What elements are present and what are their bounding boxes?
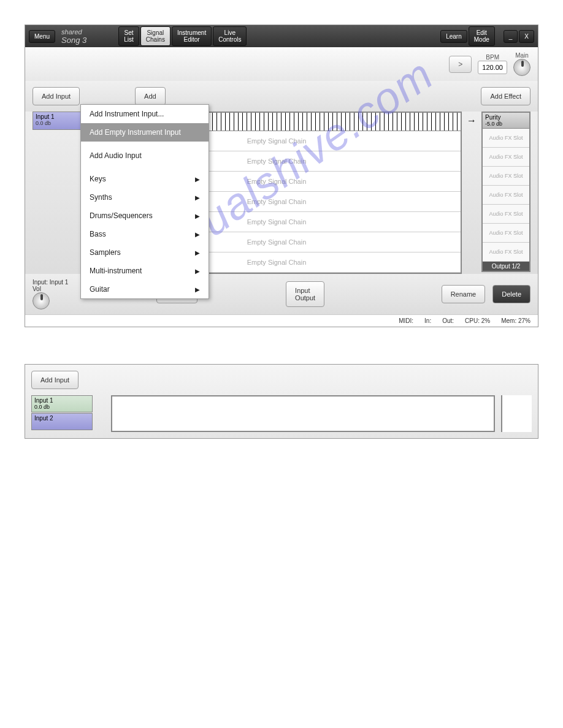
in-status: In: xyxy=(424,317,431,324)
main-knob[interactable] xyxy=(513,59,530,76)
tab-live-controls[interactable]: Live Controls xyxy=(213,26,247,46)
input-column: Input 1 0.0 db xyxy=(33,112,88,130)
main-label: Main xyxy=(513,52,530,59)
output-label: Output 1/2 xyxy=(483,262,529,271)
chevron-right-icon: ▶ xyxy=(195,286,200,293)
menu-add-audio-input[interactable]: Add Audio Input xyxy=(81,146,209,165)
add-input-button[interactable]: Add Input xyxy=(33,87,80,105)
arrow-icon: → xyxy=(465,112,478,126)
menu-add-instrument-input[interactable]: Add Instrument Input... xyxy=(81,105,209,123)
menu-button[interactable]: Menu xyxy=(29,30,55,43)
fx-slot[interactable]: Audio FX Slot xyxy=(483,205,529,224)
bpm-label: BPM xyxy=(478,54,507,61)
input-slot-1[interactable]: Input 1 0.0 db xyxy=(33,112,88,130)
status-bar: MIDI: In: Out: CPU: 2% Mem: 27% xyxy=(25,314,538,327)
chevron-right-icon: ▶ xyxy=(195,231,200,238)
fx-slot[interactable]: Audio FX Slot xyxy=(483,167,529,186)
menu-synths[interactable]: Synths▶ xyxy=(81,188,209,207)
menu-multi-instrument[interactable]: Multi-instrument▶ xyxy=(81,262,209,280)
learn-button[interactable]: Learn xyxy=(440,30,467,43)
fx-slot[interactable]: Audio FX Slot xyxy=(483,148,529,167)
menu-drums-sequencers[interactable]: Drums/Sequencers▶ xyxy=(81,207,209,225)
bpm-value[interactable]: 120.00 xyxy=(478,61,507,74)
add-button[interactable]: Add xyxy=(135,87,166,105)
out-status: Out: xyxy=(442,317,454,324)
chevron-right-icon: ▶ xyxy=(195,194,200,201)
chain-box-2 xyxy=(111,395,495,432)
add-input-button-2[interactable]: Add Input xyxy=(31,371,79,389)
transport-bar: > BPM 120.00 Main xyxy=(25,47,538,81)
workspace: Input 1 0.0 db Empty Signal Chain Empty … xyxy=(25,112,538,274)
menu-guitar[interactable]: Guitar▶ xyxy=(81,280,209,298)
input-output-button[interactable]: Input Output xyxy=(286,281,324,307)
play-button[interactable]: > xyxy=(449,56,472,73)
menu-add-empty-instrument-input[interactable]: Add Empty Instrument Input xyxy=(81,123,209,142)
second-panel: Add Input Input 1 0.0 db Input 2 xyxy=(25,364,538,439)
tab-instrument-editor[interactable]: Instrument Editor xyxy=(172,26,212,46)
fx-slot[interactable]: Audio FX Slot xyxy=(483,243,529,262)
close-button[interactable]: X xyxy=(519,30,534,43)
tab-signal-chains[interactable]: Signal Chains xyxy=(140,26,170,46)
rename-button[interactable]: Rename xyxy=(442,285,486,303)
chevron-right-icon: ▶ xyxy=(195,249,200,256)
vol-knob[interactable] xyxy=(33,292,50,309)
fx-slot[interactable]: Audio FX Slot xyxy=(483,224,529,243)
input-slot-2[interactable]: Input 2 xyxy=(31,413,93,430)
song-title: shared Song 3 xyxy=(56,28,91,45)
cpu-status: CPU: 2% xyxy=(465,317,490,324)
mem-status: Mem: 27% xyxy=(501,317,530,324)
fx-box-2 xyxy=(501,395,532,432)
fx-header[interactable]: Purity -5.0 db xyxy=(483,113,529,129)
topbar: Menu shared Song 3 Set List Signal Chain… xyxy=(25,25,538,47)
delete-button[interactable]: Delete xyxy=(492,285,530,303)
input-info: Input: Input 1 xyxy=(33,279,68,286)
midi-status: MIDI: xyxy=(399,317,413,324)
add-effect-button[interactable]: Add Effect xyxy=(481,87,530,105)
fx-slot[interactable]: Audio FX Slot xyxy=(483,129,529,148)
menu-keys[interactable]: Keys▶ xyxy=(81,170,209,188)
vol-label: Vol xyxy=(33,286,68,292)
chevron-right-icon: ▶ xyxy=(195,213,200,219)
fx-column: Purity -5.0 db Audio FX Slot Audio FX Sl… xyxy=(481,112,530,272)
context-menu: Add Instrument Input... Add Empty Instru… xyxy=(80,104,209,299)
menu-bass[interactable]: Bass▶ xyxy=(81,225,209,243)
input-slot-1b[interactable]: Input 1 0.0 db xyxy=(31,395,93,412)
chevron-right-icon: ▶ xyxy=(195,176,200,183)
edit-mode-button[interactable]: Edit Mode xyxy=(469,26,495,46)
minimize-button[interactable]: _ xyxy=(504,30,518,43)
tab-set-list[interactable]: Set List xyxy=(118,26,139,46)
fx-slot[interactable]: Audio FX Slot xyxy=(483,186,529,205)
chevron-right-icon: ▶ xyxy=(195,268,200,275)
menu-samplers[interactable]: Samplers▶ xyxy=(81,243,209,262)
